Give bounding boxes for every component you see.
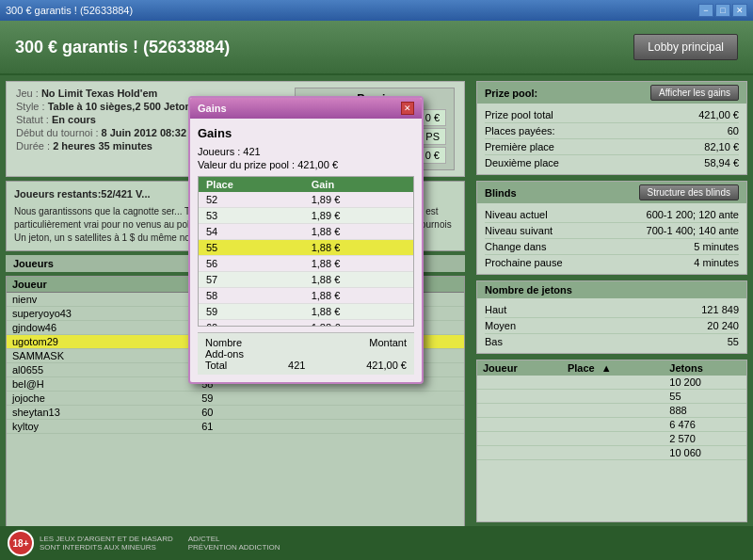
- gains-total-row: Total 421 421,00 €: [205, 360, 407, 371]
- tokens-row: Moyen20 240: [485, 318, 739, 334]
- age-notice-text: LES JEUX D'ARGENT ET DE HASARD SONT INTE…: [40, 535, 173, 552]
- blinds-header: Blinds Structure des blinds: [477, 182, 746, 203]
- jeu-value: No Limit Texas Hold'em: [41, 88, 157, 99]
- age-badge: 18+: [8, 530, 34, 556]
- table-row[interactable]: 10 200: [477, 376, 746, 390]
- duree-value: 2 heures 35 minutes: [53, 140, 152, 152]
- blinds-title: Blinds: [485, 187, 517, 199]
- gains-prize: Valeur du prize pool : 421,00 €: [198, 159, 414, 170]
- addictel-text: AD/CTEL PRÉVENTION ADDICTION: [188, 535, 280, 552]
- table-row[interactable]: jojoche59: [7, 392, 464, 406]
- gains-joueurs: Joueurs : 421: [198, 146, 414, 157]
- close-button[interactable]: ✕: [732, 4, 747, 17]
- gains-table: Place Gain 521,89 €531,89 €541,88 €551,8…: [199, 177, 413, 327]
- gains-row[interactable]: 581,88 €: [199, 288, 413, 304]
- blinds-row: Niveau suivant700-1 400; 140 ante: [485, 223, 739, 239]
- window-controls: − □ ✕: [698, 4, 747, 17]
- gains-row[interactable]: 601,88 €: [199, 320, 413, 328]
- gains-title-bar: Gains ✕: [190, 98, 422, 119]
- statut-value: En cours: [52, 114, 96, 125]
- gains-total-label: Total: [205, 360, 227, 371]
- gains-total-montant: 421,00 €: [366, 360, 407, 371]
- gains-table-wrap: Place Gain 521,89 €531,89 €541,88 €551,8…: [198, 176, 414, 327]
- gcol-gain: Gain: [304, 177, 413, 192]
- gains-row[interactable]: 551,88 €: [199, 240, 413, 256]
- right-panel: Prize pool: Afficher les gains Prize poo…: [471, 75, 753, 560]
- gains-total-nombre: 421: [288, 360, 305, 371]
- prizepool-content: Prize pool total421,00 €Places payées:60…: [477, 104, 746, 174]
- bottom-bar: 18+ LES JEUX D'ARGENT ET DE HASARD SONT …: [0, 526, 753, 560]
- gains-row[interactable]: 571,88 €: [199, 272, 413, 288]
- duree-label: Durée :: [16, 140, 50, 152]
- gains-body: Gains Joueurs : 421 Valeur du prize pool…: [190, 119, 422, 382]
- players-title: Joueurs: [13, 258, 54, 269]
- age-notice: 18+ LES JEUX D'ARGENT ET DE HASARD SONT …: [8, 530, 280, 556]
- gains-footer-header: Nombre Montant: [205, 337, 407, 348]
- rcol-place: Place ▲: [562, 360, 664, 376]
- table-row[interactable]: 55: [477, 390, 746, 404]
- top-bar: 300 € garantis ! (52633884) Lobby princi…: [0, 21, 753, 75]
- tokens-row: Bas55: [485, 334, 739, 349]
- main-window: 300 € garantis ! (52633884) Lobby princi…: [0, 21, 753, 560]
- blinds-content: Niveau actuel600-1 200; 120 anteNiveau s…: [477, 203, 746, 274]
- gains-row[interactable]: 541,88 €: [199, 224, 413, 240]
- gains-row[interactable]: 521,89 €: [199, 192, 413, 208]
- tokens-header: Nombre de jetons: [477, 281, 746, 298]
- maximize-button[interactable]: □: [715, 4, 730, 17]
- blinds-box: Blinds Structure des blinds Niveau actue…: [476, 181, 747, 275]
- gains-row[interactable]: 591,88 €: [199, 304, 413, 320]
- prizepool-row: Première place82,10 €: [485, 139, 739, 155]
- tokens-title: Nombre de jetons: [485, 284, 572, 296]
- tournament-title: 300 € garantis ! (52633884): [15, 38, 633, 57]
- right-players-box: Joueur Place ▲ Jetons 10 200558886 4762 …: [476, 360, 747, 522]
- jeu-label: Jeu :: [16, 88, 39, 99]
- style-value: Table à 10 sièges,2 500 Jetons: [48, 101, 198, 112]
- debut-value: 8 Juin 2012 08:32: [102, 127, 187, 138]
- statut-label: Statut :: [16, 114, 49, 125]
- blinds-row: Niveau actuel600-1 200; 120 ante: [485, 207, 739, 223]
- prizepool-title: Prize pool:: [485, 88, 537, 99]
- table-row[interactable]: kyltoy61: [7, 420, 464, 434]
- title-bar: 300 € garantis ! (52633884) − □ ✕: [0, 0, 753, 21]
- prizepool-box: Prize pool: Afficher les gains Prize poo…: [476, 81, 747, 175]
- gains-footer: Nombre Montant Add-ons Total 421 421,00 …: [198, 332, 414, 375]
- right-players-table: Joueur Place ▲ Jetons 10 200558886 4762 …: [477, 360, 746, 460]
- gains-subtitle: Gains: [198, 126, 414, 140]
- prizepool-header: Prize pool: Afficher les gains: [477, 82, 746, 104]
- table-row[interactable]: 2 570: [477, 432, 746, 446]
- gcol-place: Place: [199, 177, 304, 192]
- rcol-jetons: Jetons: [664, 360, 746, 376]
- gains-row[interactable]: 561,88 €: [199, 256, 413, 272]
- table-row[interactable]: sheytan1360: [7, 406, 464, 420]
- gains-addons-label: Add-ons: [205, 348, 244, 360]
- blinds-row: Change dans5 minutes: [485, 239, 739, 255]
- tokens-content: Haut121 849Moyen20 240Bas55: [477, 298, 746, 353]
- structure-blinds-button[interactable]: Structure des blinds: [639, 184, 739, 200]
- style-label: Style :: [16, 101, 45, 112]
- debut-label: Début du tournoi :: [16, 127, 98, 138]
- gains-montant-label: Montant: [369, 337, 407, 348]
- gains-popup: Gains ✕ Gains Joueurs : 421 Valeur du pr…: [188, 96, 424, 384]
- col-joueur: Joueur: [7, 277, 196, 293]
- afficher-gains-button[interactable]: Afficher les gains: [650, 85, 739, 101]
- tokens-row: Haut121 849: [485, 302, 739, 318]
- gains-close-button[interactable]: ✕: [401, 102, 414, 115]
- gains-addons-row: Add-ons: [205, 348, 407, 360]
- table-row[interactable]: 888: [477, 404, 746, 418]
- blinds-row: Prochaine pause4 minutes: [485, 255, 739, 270]
- prizepool-row: Prize pool total421,00 €: [485, 107, 739, 123]
- minimize-button[interactable]: −: [698, 4, 713, 17]
- lobby-button[interactable]: Lobby principal: [633, 34, 738, 60]
- prizepool-row: Places payées:60: [485, 123, 739, 139]
- table-row[interactable]: 6 476: [477, 418, 746, 432]
- gains-window-title: Gains: [198, 103, 227, 114]
- rcol-joueur: Joueur: [477, 360, 562, 376]
- prizepool-row: Deuxième place58,94 €: [485, 155, 739, 170]
- gains-nombre-label: Nombre: [205, 337, 242, 348]
- gains-row[interactable]: 531,89 €: [199, 208, 413, 224]
- window-title: 300 € garantis ! (52633884): [6, 5, 133, 16]
- tokens-box: Nombre de jetons Haut121 849Moyen20 240B…: [476, 280, 747, 354]
- table-row[interactable]: 10 060: [477, 446, 746, 460]
